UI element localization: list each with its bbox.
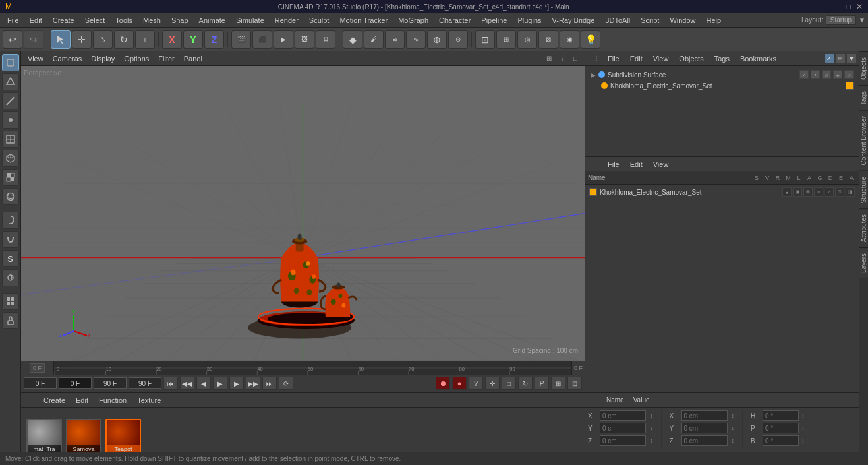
menu-script[interactable]: Script: [636, 15, 664, 26]
material-teapot[interactable]: Teapot: [105, 419, 141, 454]
sidebar-point-mode[interactable]: [2, 111, 19, 129]
tangent-button[interactable]: ⊞: [551, 377, 565, 390]
maximize-button[interactable]: □: [846, 2, 851, 11]
vp-menu-filter[interactable]: Filter: [156, 54, 177, 63]
mat-menu-create[interactable]: Create: [41, 396, 68, 405]
tab-attributes[interactable]: Attributes: [859, 208, 868, 247]
sidebar-hook[interactable]: [2, 212, 19, 229]
obj-row-subdivision[interactable]: ▶ Subdivision Surface ✓ ● ◎ ◈ ◇: [588, 69, 856, 80]
h-arrow[interactable]: ↕: [801, 412, 805, 419]
x-size-input[interactable]: [681, 410, 728, 421]
layout-dropdown-icon[interactable]: ▼: [859, 16, 865, 24]
p-arrow[interactable]: ↕: [801, 425, 805, 431]
move-button[interactable]: ✛: [72, 30, 92, 49]
vp-nav-icon[interactable]: ⊞: [544, 53, 554, 64]
obj-subdiv-icon-4[interactable]: ◈: [833, 70, 842, 79]
p-input[interactable]: [763, 423, 799, 433]
vp-lock-icon[interactable]: □: [570, 53, 581, 64]
menu-help[interactable]: Help: [702, 15, 726, 26]
obj-filter-icon[interactable]: ▼: [847, 54, 856, 63]
extra-key-button[interactable]: ⊡: [567, 377, 582, 390]
sidebar-cube[interactable]: [2, 150, 19, 167]
minimize-button[interactable]: ─: [835, 2, 841, 11]
vp-menu-options[interactable]: Options: [121, 54, 152, 63]
render-settings-button[interactable]: ⚙: [316, 30, 335, 49]
sculpt-mode-button[interactable]: ≋: [385, 30, 405, 49]
motion-mode-button[interactable]: ⊙: [448, 30, 468, 49]
z-size-input[interactable]: [681, 435, 728, 446]
obj-subdiv-icon-3[interactable]: ◎: [822, 70, 831, 79]
menu-plugins[interactable]: Plugins: [513, 15, 546, 26]
close-button[interactable]: ✕: [856, 2, 863, 11]
move-key-button[interactable]: ✛: [485, 377, 500, 390]
sidebar-sphere[interactable]: [2, 188, 19, 205]
mat-menu-function[interactable]: Function: [96, 396, 129, 405]
loop-button[interactable]: ⟳: [279, 377, 293, 390]
go-to-end-button[interactable]: ⏭: [262, 377, 277, 390]
obj-menu-objects[interactable]: Objects: [676, 54, 706, 63]
sidebar-uv-mode[interactable]: [2, 131, 19, 148]
attr-menu-value[interactable]: Value: [631, 396, 652, 404]
bot-row-icon-7[interactable]: ◨: [846, 187, 855, 197]
key-help-button[interactable]: ?: [469, 377, 483, 390]
bot-row-icon-3[interactable]: ⊠: [803, 187, 813, 197]
prev-keyframe-button[interactable]: ◀: [196, 377, 211, 390]
obj-subdiv-icon-1[interactable]: ✓: [799, 70, 809, 79]
tab-layers[interactable]: Layers: [859, 247, 868, 278]
tab-content-browser[interactable]: Content Browser: [859, 110, 868, 170]
snap-to-geometry-button[interactable]: ◎: [517, 30, 537, 49]
obj-menu-tags[interactable]: Tags: [712, 54, 732, 63]
next-frame-button[interactable]: ▶▶: [246, 377, 260, 390]
layout-value[interactable]: Startup: [826, 15, 856, 25]
snap-enable-button[interactable]: ⊡: [475, 30, 495, 49]
b-arrow[interactable]: ↕: [801, 437, 805, 444]
preview-end-input[interactable]: [129, 377, 161, 389]
render-region-button[interactable]: ⬛: [252, 30, 272, 49]
mat-menu-texture[interactable]: Texture: [134, 396, 163, 405]
vp-menu-view[interactable]: View: [25, 54, 46, 63]
start-frame-input[interactable]: [24, 377, 57, 389]
obj-khokhloma-color[interactable]: [846, 82, 854, 90]
model-mode-button[interactable]: ◆: [343, 30, 362, 49]
tab-objects[interactable]: Objects: [859, 51, 868, 85]
bot-row-icon-4[interactable]: ≡: [814, 187, 823, 197]
y-pos-arrow[interactable]: ↕: [650, 425, 653, 431]
x-pos-input[interactable]: [600, 410, 646, 421]
menu-motion-tracker[interactable]: Motion Tracker: [335, 15, 392, 26]
obj-menu-view[interactable]: View: [651, 54, 672, 63]
menu-snap[interactable]: Snap: [167, 15, 193, 26]
material-mat-tra[interactable]: mat_Tra: [26, 419, 62, 454]
sidebar-paint[interactable]: [2, 269, 19, 286]
menu-vray[interactable]: V-Ray Bridge: [548, 15, 600, 26]
sidebar-polygon-mode[interactable]: [2, 73, 19, 90]
material-samova[interactable]: Samova: [66, 419, 101, 454]
go-to-start-button[interactable]: ⏮: [163, 377, 178, 390]
rotate-button[interactable]: ↻: [114, 30, 134, 49]
tab-structure[interactable]: Structure: [859, 171, 868, 209]
menu-simulate[interactable]: Simulate: [231, 15, 269, 26]
vp-down-icon[interactable]: ↓: [557, 53, 567, 64]
render-picture-viewer-button[interactable]: 🖼: [295, 30, 314, 49]
attr-menu-name[interactable]: Name: [604, 396, 627, 404]
hair-mode-button[interactable]: ∿: [406, 30, 426, 49]
obj-subdiv-icon-2[interactable]: ●: [811, 70, 820, 79]
tab-tags[interactable]: Tags: [859, 85, 868, 110]
redo-button[interactable]: ↪: [24, 30, 43, 49]
menu-animate[interactable]: Animate: [194, 15, 230, 26]
render-view-button[interactable]: ▶: [274, 30, 293, 49]
menu-character[interactable]: Character: [434, 15, 475, 26]
z-pos-arrow[interactable]: ↕: [650, 437, 653, 444]
bot-row-icon-5[interactable]: ↙: [825, 187, 834, 197]
sidebar-lock[interactable]: [2, 312, 19, 329]
viewport-3d[interactable]: Perspective Grid Spacing : 100 cm Y X Z: [21, 66, 585, 361]
obj-subdiv-icon-5[interactable]: ◇: [844, 70, 854, 79]
sidebar-magnet[interactable]: [2, 231, 19, 248]
b-input[interactable]: [763, 435, 799, 446]
obj-expand-icon[interactable]: ▶: [591, 71, 596, 78]
mat-menu-edit[interactable]: Edit: [73, 396, 91, 405]
z-axis-button[interactable]: Z: [204, 30, 224, 49]
menu-mograph[interactable]: MoGraph: [393, 15, 433, 26]
obj-bot-menu-file[interactable]: File: [605, 160, 622, 169]
sidebar-grid-small[interactable]: [2, 293, 19, 310]
x-size-arrow[interactable]: ↕: [732, 412, 735, 419]
